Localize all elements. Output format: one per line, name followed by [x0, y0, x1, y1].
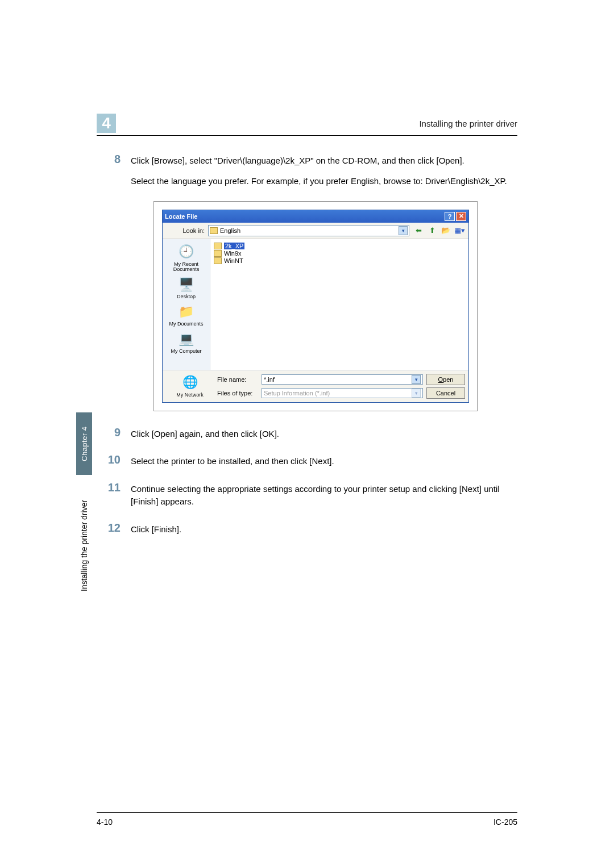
step-body: Select the printer to be installed, and … — [131, 453, 334, 475]
step-text: Continue selecting the appropriate setti… — [131, 483, 517, 508]
lookin-combo[interactable]: English ▾ — [208, 225, 409, 236]
folder-icon — [214, 250, 222, 257]
step-text: Click [Finish]. — [131, 523, 181, 536]
back-icon[interactable]: ⬅ — [413, 225, 424, 236]
page-footer: 4-10 IC-205 — [97, 812, 517, 827]
page-header: 4 Installing the printer driver — [97, 114, 517, 136]
filetype-row: Files of type: Setup Information (*.inf)… — [217, 387, 465, 399]
dialog-toolbar: Look in: English ▾ ⬅ ⬆ 📂 ▦▾ — [163, 223, 468, 239]
sidebar-item-desktop[interactable]: 🖥️ Desktop — [177, 276, 196, 300]
step-number: 8 — [97, 153, 131, 195]
step-8: 8 Click [Browse], select "Driver\(langua… — [97, 153, 517, 195]
file-list[interactable]: 2k_XP Win9x WinNT — [210, 239, 468, 370]
filename-value: *.inf — [264, 376, 412, 383]
step-9: 9 Click [Open] again, and then click [OK… — [97, 426, 517, 448]
documents-icon: 📁 — [177, 303, 196, 320]
close-button[interactable]: ✕ — [456, 212, 466, 221]
step-12: 12 Click [Finish]. — [97, 521, 517, 544]
filename-input[interactable]: *.inf ▾ — [262, 374, 423, 385]
titlebar-buttons: ? ✕ — [445, 212, 466, 221]
filetype-value: Setup Information (*.inf) — [264, 390, 412, 397]
sidebar-item-recent[interactable]: 🕘 My Recent Documents — [165, 244, 208, 273]
chevron-down-icon[interactable]: ▾ — [399, 226, 408, 235]
sidebar-label: My Computer — [171, 349, 201, 354]
step-text: Click [Browse], select "Driver\(language… — [131, 155, 507, 167]
sidebar-label: Desktop — [177, 294, 196, 300]
views-icon[interactable]: ▦▾ — [454, 225, 465, 236]
sidebar-label: My Network — [176, 392, 204, 398]
file-name: 2k_XP — [224, 243, 244, 249]
dialog-titlebar: Locate File ? ✕ — [163, 210, 468, 223]
folder-icon — [214, 257, 222, 264]
filename-row: File name: *.inf ▾ Open — [217, 374, 465, 385]
help-button[interactable]: ? — [445, 212, 455, 221]
step-11: 11 Continue selecting the appropriate se… — [97, 481, 517, 516]
chevron-down-icon[interactable]: ▾ — [412, 375, 421, 384]
new-folder-icon[interactable]: 📂 — [440, 225, 451, 236]
step-body: Click [Browse], select "Driver\(language… — [131, 153, 507, 195]
side-chapter-tab: Chapter 4 — [76, 412, 92, 475]
step-number: 12 — [97, 521, 131, 544]
lookin-value: English — [220, 227, 399, 234]
step-body: Click [Finish]. — [131, 521, 181, 544]
cancel-button[interactable]: Cancel — [426, 387, 465, 399]
doc-model: IC-205 — [493, 817, 517, 827]
sidebar-item-mycomp[interactable]: 💻 My Computer — [171, 331, 201, 354]
file-item-winnt[interactable]: WinNT — [214, 257, 465, 264]
page-number: 4-10 — [97, 817, 113, 827]
folder-icon — [210, 227, 218, 234]
filename-label: File name: — [217, 376, 258, 383]
filetype-label: Files of type: — [217, 390, 258, 397]
side-chapter-text: Installing the printer driver — [76, 477, 92, 614]
file-item-2kxp[interactable]: 2k_XP — [214, 243, 465, 249]
desktop-icon: 🖥️ — [177, 276, 196, 293]
dialog-body: 🕘 My Recent Documents 🖥️ Desktop 📁 My Do… — [163, 239, 468, 370]
dialog-footer: 🌐 My Network File name: *.inf ▾ Open — [163, 370, 468, 402]
sidebar-label: My Recent Documents — [165, 262, 208, 273]
dialog-title: Locate File — [165, 213, 197, 220]
chapter-number-box: 4 — [97, 114, 116, 133]
open-button[interactable]: Open — [426, 374, 465, 385]
step-text: Click [Open] again, and then click [OK]. — [131, 428, 279, 440]
recent-icon: 🕘 — [177, 244, 196, 261]
sidebar-item-network[interactable]: 🌐 My Network — [166, 374, 214, 398]
dialog-screenshot: Locate File ? ✕ Look in: English ▾ ⬅ ⬆ 📂 — [154, 201, 478, 411]
locate-file-dialog: Locate File ? ✕ Look in: English ▾ ⬅ ⬆ 📂 — [162, 210, 469, 403]
sidebar-item-mydocs[interactable]: 📁 My Documents — [169, 303, 203, 327]
sidebar-label: My Documents — [169, 322, 203, 327]
bottom-fields: File name: *.inf ▾ Open Files of type: S… — [217, 374, 465, 399]
computer-icon: 💻 — [177, 331, 195, 348]
step-number: 10 — [97, 453, 131, 475]
chevron-down-icon: ▾ — [412, 389, 421, 398]
page-content: 4 Installing the printer driver 8 Click … — [97, 114, 517, 549]
step-text: Select the printer to be installed, and … — [131, 455, 334, 468]
step-10: 10 Select the printer to be installed, a… — [97, 453, 517, 475]
step-number: 11 — [97, 481, 131, 516]
folder-icon — [214, 243, 222, 249]
file-name: Win9x — [224, 250, 242, 257]
places-sidebar: 🕘 My Recent Documents 🖥️ Desktop 📁 My Do… — [163, 239, 210, 370]
lookin-label: Look in: — [166, 227, 205, 234]
step-body: Continue selecting the appropriate setti… — [131, 481, 517, 516]
up-icon[interactable]: ⬆ — [426, 225, 438, 236]
step-number: 9 — [97, 426, 131, 448]
header-title: Installing the printer driver — [419, 119, 517, 128]
toolbar-icons: ⬅ ⬆ 📂 ▦▾ — [413, 225, 465, 236]
file-item-win9x[interactable]: Win9x — [214, 250, 465, 257]
filetype-combo[interactable]: Setup Information (*.inf) ▾ — [262, 388, 423, 398]
step-body: Click [Open] again, and then click [OK]. — [131, 426, 279, 448]
file-name: WinNT — [224, 257, 243, 264]
step-text: Select the language you prefer. For exam… — [131, 175, 507, 187]
network-icon: 🌐 — [181, 374, 199, 391]
